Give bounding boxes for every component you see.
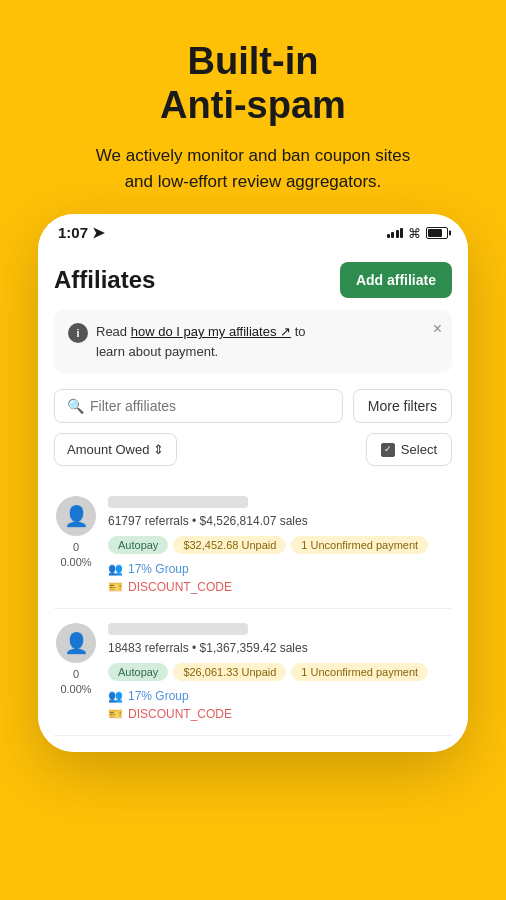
avatar: 👤 xyxy=(56,496,96,536)
checkmark-icon: ✓ xyxy=(384,445,392,454)
ticket-icon: 🎫 xyxy=(108,580,123,594)
discount-meta: 🎫 DISCOUNT_CODE xyxy=(108,707,452,721)
status-time: 1:07 ➤ xyxy=(58,224,105,242)
hero-title: Built-inAnti-spam xyxy=(96,40,410,127)
affiliates-header: Affiliates Add affiliate xyxy=(54,248,452,310)
filter-row: 🔍 More filters xyxy=(54,389,452,423)
person-icon: 👤 xyxy=(64,631,89,655)
meta-row: 👥 17% Group 🎫 DISCOUNT_CODE xyxy=(108,689,452,721)
group-icon: 👥 xyxy=(108,689,123,703)
discount-code: DISCOUNT_CODE xyxy=(128,580,232,594)
autopay-tag: Autopay xyxy=(108,663,168,681)
group-label: 17% Group xyxy=(128,689,189,703)
tags-row: Autopay $32,452.68 Unpaid 1 Unconfirmed … xyxy=(108,536,452,554)
affiliate-left: 👤 00.00% xyxy=(54,623,98,696)
phone-frame: 1:07 ➤ ⌘ Affiliates Add affiliate i Read… xyxy=(38,214,468,752)
sort-label: Amount Owed xyxy=(67,442,149,457)
how-to-pay-link[interactable]: how do I pay my affiliates ↗ xyxy=(131,324,291,339)
autopay-tag: Autopay xyxy=(108,536,168,554)
hero-section: Built-inAnti-spam We actively monitor an… xyxy=(66,0,440,214)
affiliate-item[interactable]: 👤 00.00% 18483 referrals • $1,367,359.42… xyxy=(54,609,452,736)
unconfirmed-tag: 1 Unconfirmed payment xyxy=(291,536,428,554)
avatar: 👤 xyxy=(56,623,96,663)
discount-meta: 🎫 DISCOUNT_CODE xyxy=(108,580,452,594)
battery-icon xyxy=(426,227,448,239)
affiliate-right: 61797 referrals • $4,526,814.07 sales Au… xyxy=(108,496,452,594)
unconfirmed-tag: 1 Unconfirmed payment xyxy=(291,663,428,681)
sort-dropdown[interactable]: Amount Owed ⇕ xyxy=(54,433,177,466)
group-label: 17% Group xyxy=(128,562,189,576)
sort-row: Amount Owed ⇕ ✓ Select xyxy=(54,433,452,466)
unpaid-tag: $32,452.68 Unpaid xyxy=(173,536,286,554)
unpaid-tag: $26,061.33 Unpaid xyxy=(173,663,286,681)
person-icon: 👤 xyxy=(64,504,89,528)
affiliate-count: 00.00% xyxy=(60,540,91,569)
hero-subtitle: We actively monitor and ban coupon sites… xyxy=(96,143,410,194)
affiliate-list: 👤 00.00% 61797 referrals • $4,526,814.07… xyxy=(54,482,452,736)
chevron-down-icon: ⇕ xyxy=(153,442,164,457)
info-icon: i xyxy=(68,323,88,343)
affiliate-stats: 18483 referrals • $1,367,359.42 sales xyxy=(108,641,452,655)
affiliate-name-blur xyxy=(108,496,248,508)
search-icon: 🔍 xyxy=(67,398,84,414)
phone-content: Affiliates Add affiliate i Read how do I… xyxy=(38,248,468,752)
close-banner-button[interactable]: × xyxy=(433,320,442,338)
checkbox-icon: ✓ xyxy=(381,443,395,457)
affiliate-stats: 61797 referrals • $4,526,814.07 sales xyxy=(108,514,452,528)
ticket-icon: 🎫 xyxy=(108,707,123,721)
status-bar: 1:07 ➤ ⌘ xyxy=(38,214,468,248)
group-meta: 👥 17% Group xyxy=(108,689,452,703)
group-icon: 👥 xyxy=(108,562,123,576)
add-affiliate-button[interactable]: Add affiliate xyxy=(340,262,452,298)
affiliate-left: 👤 00.00% xyxy=(54,496,98,569)
affiliate-right: 18483 referrals • $1,367,359.42 sales Au… xyxy=(108,623,452,721)
wifi-icon: ⌘ xyxy=(408,226,421,241)
info-banner-text: Read how do I pay my affiliates ↗ tolear… xyxy=(96,322,306,361)
status-icons: ⌘ xyxy=(387,226,449,241)
search-input[interactable] xyxy=(90,398,330,414)
page-title: Affiliates xyxy=(54,266,155,294)
discount-code: DISCOUNT_CODE xyxy=(128,707,232,721)
meta-row: 👥 17% Group 🎫 DISCOUNT_CODE xyxy=(108,562,452,594)
select-label: Select xyxy=(401,442,437,457)
affiliate-name-blur xyxy=(108,623,248,635)
search-box: 🔍 xyxy=(54,389,343,423)
signal-icon xyxy=(387,228,404,238)
tags-row: Autopay $26,061.33 Unpaid 1 Unconfirmed … xyxy=(108,663,452,681)
more-filters-button[interactable]: More filters xyxy=(353,389,452,423)
group-meta: 👥 17% Group xyxy=(108,562,452,576)
affiliate-count: 00.00% xyxy=(60,667,91,696)
affiliate-item[interactable]: 👤 00.00% 61797 referrals • $4,526,814.07… xyxy=(54,482,452,609)
info-banner: i Read how do I pay my affiliates ↗ tole… xyxy=(54,310,452,373)
select-button[interactable]: ✓ Select xyxy=(366,433,452,466)
